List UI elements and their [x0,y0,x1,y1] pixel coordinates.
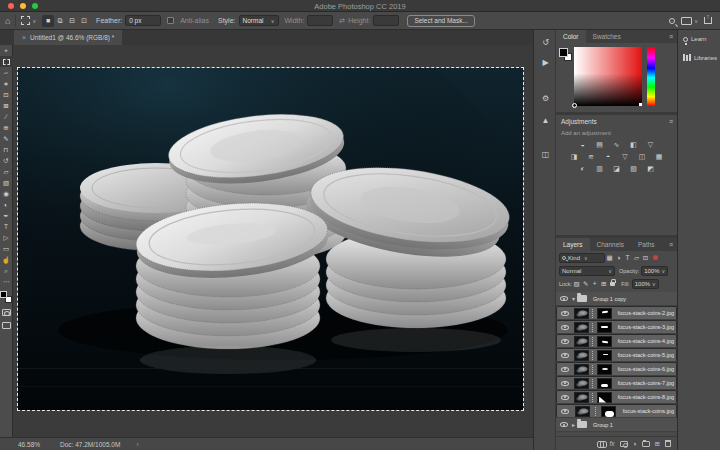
actions-panel-icon[interactable]: ▶ [534,58,557,67]
styles-panel-icon[interactable]: ⚙ [534,94,557,103]
libraries-panel-button[interactable]: Libraries [678,48,720,67]
group-name[interactable]: Group 1 copy [593,296,626,302]
add-to-selection-button[interactable]: ⧉ [54,15,66,27]
group-row[interactable]: ▸ Group 1 [556,418,677,432]
adjustment-channel-mixer-icon[interactable]: ◫ [637,152,648,161]
document-tab[interactable]: × Untitled1 @ 46.6% (RGB/8) * [14,30,122,45]
adjustment-curves-icon[interactable]: ∿ [611,140,622,149]
tool-gradient[interactable]: ▧ [0,177,13,188]
tool-shape[interactable]: ▭ [0,243,13,254]
style-select[interactable]: Normal ∨ [239,15,279,26]
tool-type[interactable]: T [0,221,13,232]
layer-style-fx-icon[interactable]: fx [610,440,615,447]
subtract-from-selection-button[interactable]: ⊟ [66,15,78,27]
chevron-down-icon[interactable]: ∨ [694,18,698,24]
blend-mode-select[interactable]: Normal ∨ [559,266,615,276]
panel-menu-icon[interactable]: ≡ [669,118,673,125]
layer-filter-toggle[interactable] [653,255,658,260]
height-input[interactable] [373,15,399,26]
adjustment-exposure-icon[interactable]: ◧ [628,140,639,149]
tab-color[interactable]: Color [556,30,586,43]
visibility-eye-icon[interactable] [561,325,569,330]
filter-pixel-layers-icon[interactable]: ▦ [605,254,614,262]
tool-frame[interactable]: ⊠ [0,100,13,111]
adjustment-invert-icon[interactable]: ◐ [577,164,588,173]
foreground-background-swatches[interactable] [0,291,12,303]
zoom-level[interactable]: 46.58% [18,441,40,448]
close-tab-icon[interactable]: × [22,34,26,41]
status-chevron-icon[interactable]: › [136,441,138,448]
select-and-mask-button[interactable]: Select and Mask... [407,15,474,27]
home-icon[interactable]: ⌂ [5,16,10,26]
quick-mask-button[interactable] [2,309,11,316]
layer-mask-thumbnail[interactable] [597,378,612,389]
adjustment-vibrance-icon[interactable]: ▽ [645,140,656,149]
layer-mask-thumbnail[interactable] [597,322,612,333]
layer-thumbnail[interactable] [574,322,589,333]
document-canvas[interactable] [18,68,523,410]
filter-type-layers-icon[interactable]: T [623,254,632,261]
visibility-eye-icon[interactable] [561,311,569,316]
tool-dodge[interactable]: ◐ [0,199,13,210]
new-group-icon[interactable] [642,441,650,447]
visibility-eye-icon[interactable] [561,339,569,344]
tool-clone-stamp[interactable]: ⊓ [0,144,13,155]
visibility-eye-icon[interactable] [561,381,569,386]
tool-hand[interactable]: ☝ [0,254,13,265]
foreground-background-swatches[interactable] [559,48,572,61]
tool-blur[interactable]: ◉ [0,188,13,199]
add-layer-mask-icon[interactable] [620,441,628,447]
visibility-eye-icon[interactable] [561,367,569,372]
marquee-tool-preset-icon[interactable] [21,16,30,25]
layer-row[interactable]: focus-stack-coins.jpg [556,404,677,418]
layer-mask-thumbnail[interactable] [597,350,612,361]
new-adjustment-layer-icon[interactable]: ◑ [633,440,637,447]
adjustment-color-lookup-icon[interactable]: ▦ [654,152,665,161]
layer-name[interactable]: focus-stack-coins-4.jpg [618,338,674,344]
layer-thumbnail[interactable] [574,378,589,389]
adjustment-brightness-contrast-icon[interactable]: ◒ [577,140,588,149]
tool-history-brush[interactable]: ↺ [0,155,13,166]
share-icon[interactable] [704,17,712,24]
adjustment-posterize-icon[interactable]: ▥ [594,164,605,173]
layer-name[interactable]: focus-stack-coins-3.jpg [618,324,674,330]
fill-select[interactable]: 100% ∨ [632,279,659,289]
tab-paths[interactable]: Paths [631,238,662,251]
tab-channels[interactable]: Channels [590,238,631,251]
chevron-down-icon[interactable]: ∨ [32,18,36,24]
layer-thumbnail[interactable] [574,364,589,375]
histogram-panel-icon[interactable]: ▲ [534,116,557,125]
layer-mask-thumbnail[interactable] [597,392,612,403]
feather-input[interactable]: 0 px [125,15,161,26]
layer-row[interactable]: focus-stack-coins-4.jpg [556,334,677,348]
layer-row[interactable]: focus-stack-coins-8.jpg [556,390,677,404]
canvas-pasteboard[interactable] [13,45,533,437]
filter-shape-layers-icon[interactable]: ▱ [632,254,641,262]
adjustment-hue-saturation-icon[interactable]: ◨ [569,152,580,161]
layer-name[interactable]: focus-stack-coins-8.jpg [618,394,674,400]
tool-eraser[interactable]: ▱ [0,166,13,177]
layer-row[interactable]: focus-stack-coins-3.jpg [556,320,677,334]
panel-menu-icon[interactable]: ≡ [669,241,673,248]
delete-layer-icon[interactable] [665,440,671,447]
visibility-eye-icon[interactable] [560,296,568,301]
layer-name[interactable]: focus-stack-coins-6.jpg [618,366,674,372]
new-selection-button[interactable]: ■ [42,15,54,27]
tool-move[interactable]: ⌖ [0,45,13,56]
lock-position-icon[interactable]: + [590,280,599,287]
foreground-color-swatch[interactable] [0,291,7,298]
layer-name[interactable]: focus-stack-coins-5.jpg [618,352,674,358]
tool-zoom[interactable]: ⌕ [0,265,13,276]
collapse-chevron-icon[interactable]: ▸ [572,421,575,428]
layer-row[interactable]: focus-stack-coins-5.jpg [556,348,677,362]
tool-eyedropper[interactable]: ∕ [0,111,13,122]
hue-slider[interactable] [647,47,655,106]
saturation-brightness-field[interactable] [574,47,642,106]
filter-smart-objects-icon[interactable]: ⊡ [641,254,650,262]
workspace-layout-icon[interactable] [681,17,692,25]
lock-all-icon[interactable] [610,282,615,286]
visibility-eye-icon[interactable] [561,395,569,400]
group-name[interactable]: Group 1 [593,422,613,428]
group-row[interactable]: ▾ Group 1 copy [556,292,677,306]
screen-mode-button[interactable] [2,322,11,329]
